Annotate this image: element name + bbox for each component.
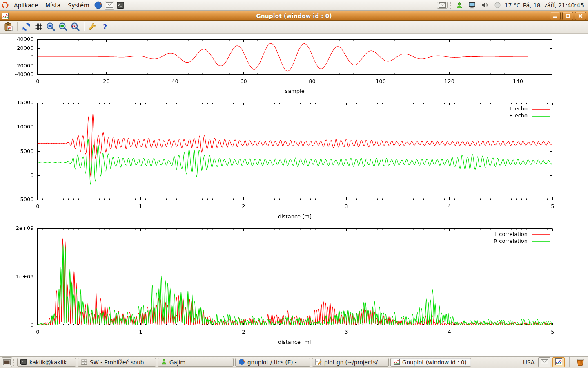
next-zoom-button[interactable]	[57, 21, 69, 32]
menu-system-label: Systém	[68, 2, 89, 9]
menu-places-label: Místa	[45, 2, 60, 9]
trash-applet[interactable]	[574, 357, 586, 367]
gnuplot-icon	[394, 359, 400, 366]
task-label: SW - Prohlížeč souborů	[90, 359, 153, 366]
replot-button[interactable]	[20, 21, 32, 32]
gnuplot-canvas-area	[0, 34, 588, 357]
gnuplot-icon	[555, 358, 562, 366]
plot-canvas-correlations[interactable]	[0, 223, 588, 356]
gajim-icon	[161, 359, 167, 366]
clock-applet[interactable]: Pá, 18. září, 21:40:45	[523, 2, 584, 9]
window-titlebar[interactable]: Gnuplot (window id : 0)	[0, 11, 588, 21]
mail-notification-icon[interactable]	[437, 2, 448, 9]
tasklist-grip-handle[interactable]	[13, 359, 16, 366]
toggle-grid-button[interactable]	[32, 21, 45, 32]
volume-icon[interactable]	[481, 2, 489, 8]
minimize-button[interactable]	[550, 12, 561, 20]
terminal-icon[interactable]	[116, 1, 125, 9]
tray-grip-handle[interactable]	[450, 2, 452, 9]
menu-system[interactable]: Systém	[64, 0, 93, 10]
help-icon: ?	[103, 23, 107, 31]
gnome-top-panel: Aplikace Místa Systém	[0, 0, 588, 11]
close-button[interactable]	[575, 12, 586, 20]
maximize-button[interactable]	[562, 12, 573, 20]
task-gnuplot[interactable]: Gnuplot (window id : 0)	[390, 358, 471, 367]
firefox-icon	[238, 359, 245, 366]
toolbar-separator	[17, 22, 18, 31]
ubuntu-logo-icon[interactable]	[2, 2, 9, 9]
menu-applications-label: Aplikace	[14, 2, 38, 9]
settings-button[interactable]	[87, 21, 99, 32]
task-text-editor[interactable]: plot.gn (~/projects/p...	[312, 358, 389, 367]
trash-icon	[576, 357, 585, 367]
window-title: Gnuplot (window id : 0)	[0, 13, 588, 19]
tray-gnuplot-button[interactable]	[552, 357, 565, 367]
mail-icon[interactable]	[105, 1, 114, 10]
task-file-manager[interactable]: SW - Prohlížeč souborů	[78, 358, 156, 367]
weather-icon[interactable]	[494, 2, 501, 8]
task-label: gnuplot / tics (E) - M...	[247, 359, 307, 366]
file-manager-icon	[81, 359, 87, 366]
bottom-taskbar: kaklik@kaklik-kolej-u... SW - Prohlížeč …	[0, 356, 588, 368]
task-terminal[interactable]: kaklik@kaklik-kolej-u...	[17, 358, 76, 367]
display-icon[interactable]	[468, 2, 476, 9]
tray-mail-button[interactable]	[538, 357, 550, 367]
terminal-icon	[20, 359, 27, 366]
show-desktop-button[interactable]	[2, 357, 12, 367]
task-label: kaklik@kaklik-kolej-u...	[29, 359, 73, 366]
gnuplot-toolbar: ?	[0, 20, 588, 34]
copy-to-clipboard-button[interactable]	[2, 21, 15, 32]
text-editor-icon	[315, 359, 322, 366]
gajim-status-icon[interactable]	[456, 2, 463, 9]
taskbar-separator	[569, 357, 570, 367]
mail-icon	[541, 359, 548, 366]
plot-canvas-sample-signal[interactable]	[0, 36, 588, 98]
menu-places[interactable]: Místa	[42, 0, 64, 10]
task-label: Gnuplot (window id : 0)	[402, 359, 467, 366]
menu-applications[interactable]: Aplikace	[10, 0, 42, 10]
task-label: Gajim	[169, 359, 185, 366]
help-button[interactable]: ?	[99, 21, 111, 32]
previous-zoom-button[interactable]	[45, 21, 57, 32]
temperature-label[interactable]: 17 °C	[505, 2, 521, 9]
plot-canvas-echoes[interactable]	[0, 98, 588, 223]
reset-zoom-button[interactable]	[69, 21, 81, 32]
task-label: plot.gn (~/projects/p...	[324, 359, 385, 366]
task-firefox[interactable]: gnuplot / tics (E) - M...	[235, 358, 310, 367]
task-gajim[interactable]: Gajim	[158, 358, 234, 367]
toolbar-separator	[84, 22, 84, 31]
keyboard-layout-indicator[interactable]: USA	[523, 359, 535, 366]
firefox-icon[interactable]	[94, 1, 103, 9]
